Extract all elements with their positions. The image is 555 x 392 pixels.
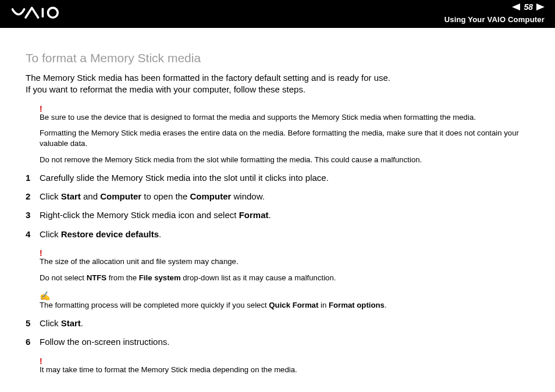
page-content: To format a Memory Stick media The Memor… — [0, 28, 555, 375]
step-4: 4 Click Restore device defaults. — [26, 229, 529, 240]
step-3: 3 Right-click the Memory Stick media ico… — [26, 209, 529, 221]
step-2: 2 Click Start and Computer to open the C… — [26, 191, 529, 202]
step-list: 1 Carefully slide the Memory Stick media… — [26, 172, 529, 240]
step-6: 6 Follow the on-screen instructions. — [26, 336, 529, 348]
warning-text: Do not remove the Memory Stick media fro… — [40, 155, 529, 165]
svg-marker-2 — [512, 3, 520, 10]
warning-block-1: ! Be sure to use the device that is desi… — [26, 104, 529, 165]
step-body: Follow the on-screen instructions. — [40, 336, 529, 348]
warning-block-2: ! The size of the allocation unit and fi… — [26, 248, 529, 283]
step-number: 6 — [26, 336, 40, 348]
warning-block-3: ! It may take time to format the Memory … — [26, 357, 529, 375]
warning-text: It may take time to format the Memory St… — [40, 365, 529, 375]
next-page-arrow-icon[interactable] — [536, 3, 545, 10]
warning-text: Formatting the Memory Stick media erases… — [40, 128, 529, 149]
warning-text: Be sure to use the device that is design… — [40, 112, 529, 123]
svg-marker-3 — [536, 3, 545, 10]
intro-line-2: If you want to reformat the media with y… — [26, 84, 305, 94]
step-body: Carefully slide the Memory Stick media i… — [40, 172, 529, 184]
section-label: Using Your VAIO Computer — [444, 15, 545, 24]
page-heading: To format a Memory Stick media — [26, 51, 529, 65]
intro-line-1: The Memory Stick media has been formatte… — [26, 73, 390, 83]
svg-point-1 — [48, 8, 58, 17]
step-number: 4 — [26, 229, 40, 240]
page-header: 58 Using Your VAIO Computer — [0, 0, 555, 28]
page-number: 58 — [524, 2, 533, 12]
warning-text: Do not select NTFS from the File system … — [40, 273, 529, 283]
warning-text: The size of the allocation unit and file… — [40, 256, 529, 267]
note-text: The formatting process will be completed… — [40, 300, 529, 311]
step-body: Right-click the Memory Stick media icon … — [40, 209, 529, 221]
vaio-logo — [12, 5, 81, 22]
svg-rect-0 — [42, 8, 44, 17]
step-number: 2 — [26, 191, 40, 202]
step-body: Click Start. — [40, 318, 529, 329]
step-list-continued: 5 Click Start. 6 Follow the on-screen in… — [26, 318, 529, 348]
prev-page-arrow-icon[interactable] — [512, 3, 520, 10]
step-body: Click Start and Computer to open the Com… — [40, 191, 529, 202]
step-number: 3 — [26, 209, 40, 221]
step-number: 5 — [26, 318, 40, 329]
step-number: 1 — [26, 172, 40, 184]
page-navigation: 58 — [512, 2, 545, 12]
step-5: 5 Click Start. — [26, 318, 529, 329]
intro-text: The Memory Stick media has been formatte… — [26, 72, 529, 96]
note-block-1: ✍ The formatting process will be complet… — [26, 291, 529, 311]
step-body: Click Restore device defaults. — [40, 229, 529, 240]
step-1: 1 Carefully slide the Memory Stick media… — [26, 172, 529, 184]
